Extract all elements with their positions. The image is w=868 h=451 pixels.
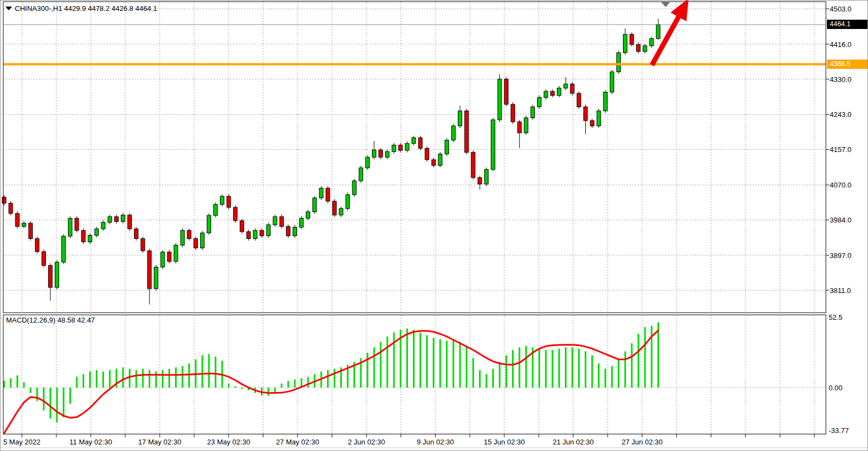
candle-body [227, 196, 231, 207]
candle-body [88, 236, 92, 242]
candle-body [75, 218, 79, 230]
candle-body [148, 251, 152, 289]
candle-body [577, 93, 581, 107]
candle-body [68, 218, 72, 236]
candle-body [610, 72, 614, 92]
candle-body [511, 104, 515, 122]
candle-body [95, 229, 98, 236]
candle-body [339, 208, 343, 215]
candle-body [498, 79, 502, 120]
candle-body [234, 207, 237, 221]
candle-body [319, 188, 323, 198]
candle-body [650, 38, 654, 45]
candle-body [266, 225, 270, 236]
price-axis-label: 3811.0 [830, 286, 851, 294]
candle-body [306, 212, 310, 218]
time-axis-label: 23 May 02:30 [207, 438, 251, 446]
candle-body [425, 148, 429, 160]
candle-body [135, 229, 138, 239]
candle-body [141, 238, 145, 250]
candle-body [128, 215, 132, 229]
time-axis-label: 27 May 02:30 [276, 438, 319, 446]
time-axis-label: 15 Jun 02:30 [483, 438, 525, 446]
candle-body [590, 121, 594, 126]
candle-body [551, 91, 555, 95]
candle-body [214, 204, 218, 215]
price-axis-label: 4070.0 [830, 181, 852, 189]
price-axis-label: 4330.0 [830, 75, 852, 83]
candle-body [180, 231, 184, 245]
main-panel-border [3, 2, 826, 313]
candle-body [399, 145, 403, 150]
candle-body [167, 252, 171, 261]
macd-panel-border [3, 315, 826, 434]
candle-body [9, 203, 13, 214]
macd-axis-label: 52.5 [829, 313, 842, 321]
candle-body [187, 231, 191, 239]
candle-body [524, 118, 528, 133]
price-axis-label: 4416.0 [830, 40, 852, 48]
candle-body [2, 197, 6, 203]
candle-body [386, 151, 389, 157]
hline-level-badge: 4366.5 [827, 60, 868, 69]
candle-body [557, 88, 561, 95]
macd-axis-label: 0.00 [829, 384, 842, 392]
candle-body [451, 126, 455, 140]
candle-body [42, 251, 45, 265]
time-axis-label: 11 May 02:30 [69, 438, 112, 446]
candle-body [656, 25, 660, 38]
candle-body [438, 154, 442, 166]
candle-body [28, 223, 32, 238]
candle-body [418, 138, 422, 148]
candle-body [584, 107, 587, 120]
candle-body [432, 160, 435, 165]
candle-body [81, 231, 85, 242]
candle-body [35, 238, 39, 251]
symbol-dropdown-icon[interactable] [5, 7, 12, 10]
macd-indicator-label: MACD(12,26,9) 48.58 42.47 [6, 316, 95, 324]
candle-body [108, 216, 112, 222]
candle-body [22, 223, 26, 226]
candle-body [15, 213, 19, 226]
candle-body [405, 143, 409, 150]
candle-body [630, 34, 634, 45]
candle-body [392, 145, 396, 151]
time-axis-label: 5 May 2022 [3, 438, 40, 446]
candle-body [603, 92, 607, 111]
candle-body [49, 266, 53, 288]
chart-end-marker-icon [661, 2, 670, 7]
candle-body [564, 84, 568, 88]
candle-body [517, 122, 521, 133]
candle-body [531, 107, 534, 118]
candle-body [121, 215, 125, 221]
candle-body [365, 157, 369, 168]
candle-body [458, 111, 462, 126]
price-chart-canvas[interactable] [1, 1, 868, 451]
candle-body [55, 262, 59, 288]
candle-body [300, 218, 304, 227]
candle-body [161, 252, 165, 267]
price-axis-label: 3897.0 [830, 251, 852, 259]
candle-body [346, 195, 349, 208]
candle-body [194, 238, 197, 248]
candle-body [240, 221, 244, 232]
candle-body [616, 52, 620, 72]
candle-body [333, 201, 336, 215]
candle-body [372, 150, 376, 157]
candle-body [504, 79, 508, 104]
candle-body [247, 232, 251, 239]
candle-body [313, 198, 317, 212]
price-axis-label: 4157.0 [830, 145, 852, 154]
candle-body [154, 267, 158, 289]
candle-body [491, 120, 495, 169]
candle-body [286, 226, 290, 236]
macd-signal-line [4, 331, 659, 434]
candle-body [207, 215, 211, 233]
candle-body [471, 153, 475, 178]
candle-body [101, 222, 105, 229]
candle-body [570, 84, 574, 93]
time-axis-label: 9 Jun 02:30 [417, 438, 454, 446]
current-price-badge: 4464.1 [827, 20, 868, 29]
candle-body [220, 196, 224, 204]
candle-body [326, 188, 330, 201]
